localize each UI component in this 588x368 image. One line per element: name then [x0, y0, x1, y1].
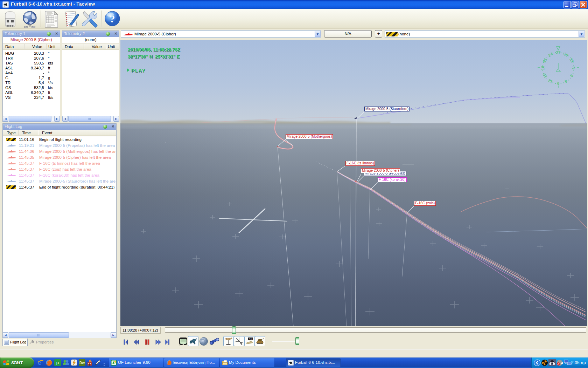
svg-text:F-16: F-16	[249, 338, 253, 340]
svg-text:18: 18	[541, 66, 545, 70]
svg-text:?: ?	[110, 13, 115, 25]
svg-text:N: N	[572, 67, 576, 69]
svg-text:27: 27	[556, 50, 561, 55]
svg-text:Dw: Dw	[79, 361, 85, 365]
svg-text:2010/06/06, 11:08:28.76Z: 2010/06/06, 11:08:28.76Z	[128, 47, 180, 52]
svg-text:μ: μ	[56, 360, 59, 365]
svg-text:PLAY: PLAY	[131, 68, 146, 73]
svg-text:38°17'30" N 25°31'31" E: 38°17'30" N 25°31'31" E	[128, 54, 180, 59]
svg-text:a: a	[561, 360, 563, 364]
svg-text:9: 9	[557, 81, 559, 86]
